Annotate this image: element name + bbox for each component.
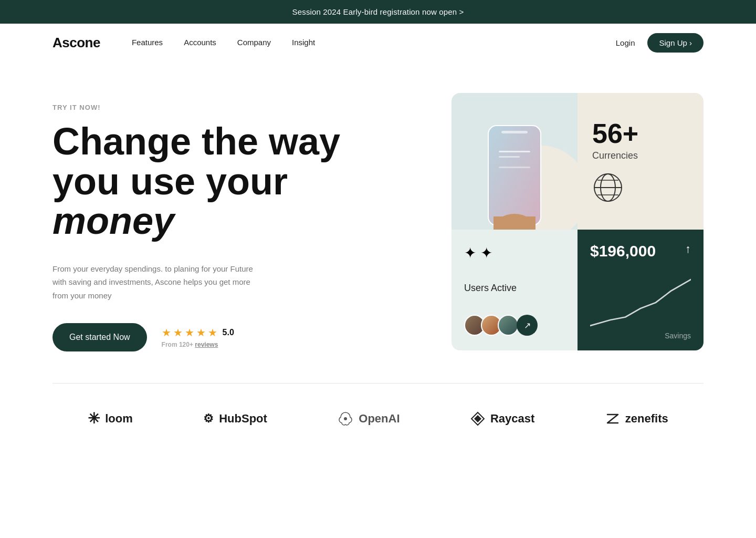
nav-accounts[interactable]: Accounts	[184, 38, 216, 47]
svg-rect-2	[499, 151, 530, 152]
phone-svg	[486, 125, 543, 230]
card-currencies: 56+ Currencies	[578, 93, 704, 230]
loom-icon: ✳	[88, 410, 100, 427]
star-2: ★	[173, 326, 183, 339]
navbar: Ascone Features Accounts Company Insight…	[0, 24, 756, 61]
avatar-3	[498, 315, 519, 336]
nav-company[interactable]: Company	[237, 38, 271, 47]
partners-section: ✳ loom ⚙ HubSpot OpenAI Raycast zenefits	[0, 384, 756, 453]
rating-sub: From 120+ reviews	[162, 341, 234, 348]
svg-point-12	[344, 417, 347, 420]
nav-actions: Login Sign Up ›	[616, 33, 704, 53]
globe-icon	[592, 172, 624, 203]
rating-from: From 120+	[162, 341, 193, 348]
openai-icon	[338, 411, 353, 427]
svg-rect-6	[494, 216, 536, 230]
nav-logo[interactable]: Ascone	[52, 35, 100, 51]
rating-block: ★ ★ ★ ★ ★ 5.0 From 120+ reviews	[162, 326, 234, 348]
raycast-label: Raycast	[490, 412, 534, 426]
star-3: ★	[185, 326, 194, 339]
raycast-icon	[470, 411, 485, 426]
reviews-link[interactable]: reviews	[195, 341, 218, 348]
hero-title-line2: you use your	[52, 160, 288, 202]
nav-links: Features Accounts Company Insight	[132, 38, 616, 47]
star-1: ★	[162, 326, 171, 339]
hero-title: Change the way you use your money	[52, 122, 410, 241]
star-5: ★	[208, 326, 217, 339]
card-users: ✦ ✦ Users Active ↗	[452, 230, 578, 350]
hero-eyebrow: TRY IT NOW!	[52, 104, 410, 111]
svg-rect-4	[499, 167, 530, 168]
partner-loom: ✳ loom	[88, 410, 133, 427]
currency-number: 56+	[592, 120, 638, 147]
signup-button[interactable]: Sign Up ›	[647, 33, 704, 53]
zenefits-icon	[605, 411, 620, 426]
savings-chart	[590, 260, 691, 332]
partner-openai: OpenAI	[338, 411, 400, 427]
svg-marker-14	[474, 415, 481, 422]
star-rating: ★ ★ ★ ★ ★ 5.0	[162, 326, 234, 339]
nav-insight[interactable]: Insight	[292, 38, 315, 47]
svg-rect-1	[501, 131, 528, 133]
loom-label: loom	[105, 412, 133, 426]
hero-left: TRY IT NOW! Change the way you use your …	[52, 93, 410, 351]
savings-up-arrow: ↑	[685, 242, 691, 256]
hero-right: 56+ Currencies ✦ ✦ Users Active	[452, 93, 704, 350]
partner-raycast: Raycast	[470, 411, 534, 426]
top-banner[interactable]: Session 2024 Early-bird registration now…	[0, 0, 756, 24]
sparkle-icons: ✦ ✦	[464, 244, 492, 262]
zenefits-label: zenefits	[625, 412, 668, 426]
get-started-button[interactable]: Get started Now	[52, 323, 147, 351]
hubspot-label: HubSpot	[219, 412, 267, 426]
hero-actions: Get started Now ★ ★ ★ ★ ★ 5.0 From 120+ …	[52, 323, 410, 351]
openai-label: OpenAI	[359, 412, 400, 426]
card-phone	[452, 93, 578, 230]
svg-rect-3	[499, 156, 520, 158]
login-button[interactable]: Login	[616, 38, 635, 47]
users-avatars: ↗	[464, 315, 538, 336]
hubspot-icon: ⚙	[203, 412, 214, 426]
hero-title-line1: Change the way	[52, 120, 340, 162]
hero-title-line3: money	[52, 200, 174, 242]
currency-label: Currencies	[592, 150, 638, 161]
banner-text: Session 2024 Early-bird registration now…	[292, 7, 464, 16]
svg-rect-0	[488, 126, 541, 225]
nav-features[interactable]: Features	[132, 38, 163, 47]
savings-chart-svg	[590, 274, 691, 332]
card-grid: 56+ Currencies ✦ ✦ Users Active	[452, 93, 704, 350]
users-active-label: Users Active	[464, 283, 517, 294]
partner-zenefits: zenefits	[605, 411, 668, 426]
sparkle-1: ✦	[464, 244, 476, 262]
savings-header: $196,000 ↑	[590, 242, 691, 260]
hero-description: From your everyday spendings. to planing…	[52, 262, 262, 303]
partner-hubspot: ⚙ HubSpot	[203, 412, 267, 426]
savings-label: Savings	[665, 332, 691, 340]
rating-score: 5.0	[223, 328, 234, 337]
card-savings: $196,000 ↑ Savings	[578, 230, 704, 350]
sparkle-2: ✦	[480, 244, 492, 262]
star-4: ★	[196, 326, 206, 339]
savings-amount: $196,000	[590, 242, 656, 260]
hero-section: TRY IT NOW! Change the way you use your …	[0, 61, 756, 383]
avatar-arrow[interactable]: ↗	[517, 315, 538, 336]
